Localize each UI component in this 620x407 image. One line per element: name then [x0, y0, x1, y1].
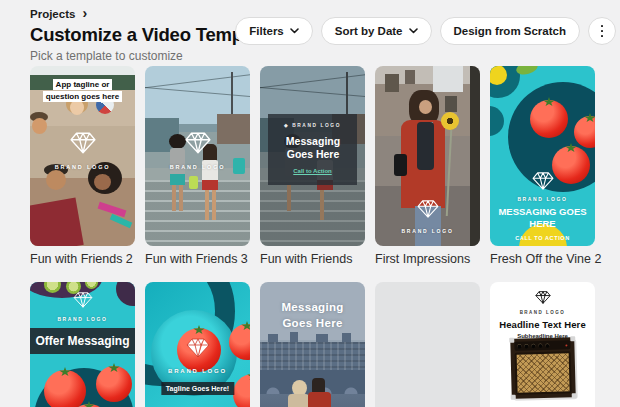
building-graphic [316, 334, 328, 342]
template-cell: BRAND LOGO Headline Text Here Subheadlin… [490, 282, 595, 407]
chevron-right-icon: › [82, 8, 87, 18]
sort-button-label: Sort by Date [335, 25, 403, 37]
building-graphic [290, 332, 298, 342]
chevron-down-icon [290, 28, 299, 34]
breadcrumb-projects-link[interactable]: Projects [30, 8, 75, 20]
brand-logo-text: BRAND LOGO [292, 123, 341, 128]
tomato-graphic [530, 100, 568, 138]
person-graphic [419, 100, 432, 114]
app-tagline-overlay: App tagline or question goes here [39, 79, 126, 103]
person-graphic [202, 180, 218, 190]
amp-knob-graphic [524, 344, 528, 348]
chevron-down-icon [409, 28, 418, 34]
brand-logo-text: BRAND LOGO [30, 316, 135, 322]
brand-logo-text: BRAND LOGO [145, 164, 250, 170]
person-graphic [288, 394, 309, 407]
call-to-action-text: Call to Action [273, 168, 352, 174]
template-name: Fun with Friends [260, 252, 365, 266]
person-graphic [179, 185, 183, 211]
building-graphic [268, 334, 278, 342]
tomato-graphic [96, 366, 132, 402]
brand-logo-text: BRAND LOGO [490, 196, 595, 202]
headline-block: BRAND LOGO Headline Text Here Subheadlin… [490, 290, 595, 339]
tagline-box: Tagline Goes Here! [161, 382, 234, 395]
template-cell [375, 282, 480, 407]
person-graphic [205, 190, 209, 220]
template-cell: App tagline or question goes here BRAND … [30, 66, 135, 266]
brand-logo-text: BRAND LOGO [30, 164, 135, 170]
amp-knob-graphic [531, 344, 535, 348]
person-graphic [172, 185, 176, 211]
amp-corner-graphic [510, 395, 515, 400]
brand-diamond-icon [532, 172, 554, 190]
template-gallery-page: Projects › Customize a Video Template Pi… [0, 0, 620, 407]
amp-corner-graphic [571, 393, 576, 398]
messaging-block: BRAND LOGO MESSAGING GOES HERE CALL TO A… [490, 172, 595, 241]
template-cell: ◆ BRAND LOGO Messaging Goes Here Call to… [260, 66, 365, 266]
brand-diamond-icon [535, 291, 551, 304]
template-cell: BRAND LOGO First Impressions [375, 66, 480, 266]
template-card-fun-with-friends[interactable]: ◆ BRAND LOGO Messaging Goes Here Call to… [260, 66, 365, 246]
amp-knob-graphic [517, 344, 521, 348]
kebab-menu-icon [601, 30, 604, 33]
template-card-messaging-city[interactable]: Messaging Goes Here [260, 282, 365, 407]
template-cell: Messaging Goes Here [260, 282, 365, 407]
amp-power-led-graphic [565, 344, 567, 346]
brand-diamond-icon [185, 132, 211, 154]
kebab-menu-icon [601, 25, 604, 28]
messaging-block: Messaging Goes Here [260, 300, 365, 331]
bowl-graphic [490, 106, 504, 136]
template-name: Fun with Friends 3 [145, 252, 250, 266]
call-to-action-text: CALL TO ACTION [490, 235, 595, 241]
brand-logo-block: BRAND LOGO [375, 200, 480, 234]
template-card-fun-with-friends-2[interactable]: App tagline or question goes here BRAND … [30, 66, 135, 246]
template-card-offer-messaging[interactable]: BRAND LOGO Offer Messaging [30, 282, 135, 407]
more-options-button[interactable] [588, 17, 616, 45]
scarf-graphic [417, 122, 434, 170]
template-cell: BRAND LOGO Fun with Friends 3 [145, 66, 250, 266]
template-name: Fresh Off the Vine 2 [490, 252, 595, 266]
kebab-menu-icon [601, 35, 604, 38]
guitar-amp-graphic [510, 337, 576, 399]
brand-logo-text: BRAND LOGO [375, 228, 480, 234]
brand-logo-line: ◆ BRAND LOGO [273, 123, 352, 128]
person-graphic [212, 190, 216, 220]
person-graphic [170, 174, 185, 185]
template-cell: BRAND LOGO MESSAGING GOES HERE CALL TO A… [490, 66, 595, 266]
brand-logo-block: BRAND LOGO [145, 132, 250, 170]
messaging-text: Messaging Goes Here [273, 135, 353, 160]
red-coat-graphic [308, 392, 331, 407]
window-graphic [405, 70, 415, 84]
brand-diamond-icon [73, 292, 93, 308]
template-grid-row-1: App tagline or question goes here BRAND … [30, 66, 595, 266]
brand-logo-text: BRAND LOGO [490, 310, 595, 315]
design-from-scratch-button[interactable]: Design from Scratch [440, 17, 580, 45]
template-card-placeholder[interactable] [375, 282, 480, 407]
offer-text: Offer Messaging [35, 334, 129, 348]
filters-button[interactable]: Filters [235, 17, 313, 45]
tomato-stem-graphic [59, 367, 71, 377]
template-card-headline[interactable]: BRAND LOGO Headline Text Here Subheadlin… [490, 282, 595, 407]
person-graphic [94, 174, 111, 190]
brand-diamond-icon [417, 200, 439, 218]
stairs-graphic [145, 180, 250, 246]
template-card-tagline[interactable]: BRAND LOGO Tagline Goes Here! [145, 282, 250, 407]
template-card-fresh-off-the-vine-2[interactable]: BRAND LOGO MESSAGING GOES HERE CALL TO A… [490, 66, 595, 246]
tagline-text: Tagline Goes Here! [166, 385, 229, 392]
filters-button-label: Filters [249, 25, 284, 37]
powerline-graphic [145, 86, 250, 99]
person-graphic [46, 170, 66, 190]
template-cell: BRAND LOGO Tagline Goes Here! [145, 282, 250, 407]
sort-by-date-button[interactable]: Sort by Date [321, 17, 432, 45]
brand-diamond-icon: ◆ [284, 123, 289, 128]
template-card-fun-with-friends-3[interactable]: BRAND LOGO [145, 66, 250, 246]
template-name: Fun with Friends 2 [30, 252, 135, 266]
subheadline-text: Subheadline Here [490, 333, 595, 339]
window-graphic [385, 74, 399, 92]
sky-graphic [433, 66, 463, 92]
template-card-first-impressions[interactable]: BRAND LOGO [375, 66, 480, 246]
messaging-text: Messaging Goes Here [272, 300, 354, 331]
bag-graphic [394, 154, 407, 176]
brand-logo-text: BRAND LOGO [145, 368, 250, 374]
offer-banner: Offer Messaging [30, 328, 135, 354]
